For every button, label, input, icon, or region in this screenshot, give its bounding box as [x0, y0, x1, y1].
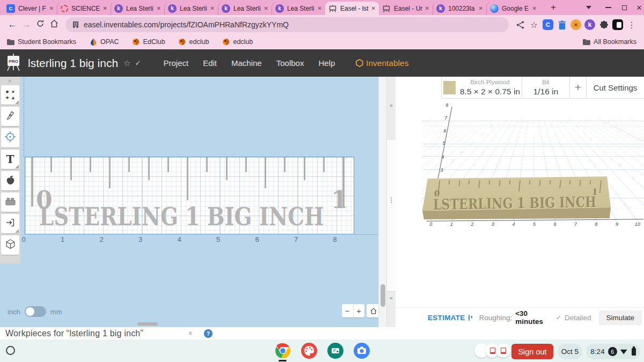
tool-text-button[interactable]: T [1, 150, 19, 169]
browser-tab[interactable]: kLea Sterli✕ [111, 2, 164, 15]
puzzle-extension-icon[interactable] [598, 19, 609, 30]
tab-close-icon[interactable]: ✕ [262, 5, 268, 11]
browser-tab[interactable]: Easel - Ur✕ [379, 2, 433, 15]
menu-project[interactable]: Project [163, 58, 188, 68]
kami-extension-icon[interactable]: k [584, 19, 595, 30]
zoom-home-button[interactable] [367, 304, 378, 317]
sidebar-collapse-button[interactable]: « [0, 77, 20, 85]
new-tab-button[interactable]: + [547, 2, 559, 13]
canvas-scrollbar-thumb[interactable] [380, 284, 385, 307]
bookmark-item[interactable]: Student Bookmarks [6, 38, 76, 46]
reload-button[interactable] [33, 19, 47, 31]
tool-shapes-button[interactable]: ■●★▲ [1, 85, 19, 105]
kami-favicon-icon: k [436, 4, 445, 13]
shelf-app-chrome[interactable] [275, 343, 291, 359]
easel-favicon-icon [382, 4, 391, 13]
estimate-clock-icon[interactable] [469, 314, 470, 321]
tab-search-button[interactable] [583, 2, 595, 13]
browser-tab[interactable]: CClever | F✕ [3, 2, 57, 15]
window-close-button[interactable]: ✕ [633, 2, 644, 13]
address-bar[interactable]: easel.inventables.com/projects/fZIOAmPHR… [65, 17, 509, 32]
tab-close-icon[interactable]: ✕ [316, 5, 322, 11]
tab-close-icon[interactable]: ✕ [477, 5, 483, 11]
estimate-label[interactable]: ESTIMATE [428, 314, 465, 322]
tool-cube-button[interactable] [1, 235, 19, 255]
bookmark-star-button[interactable]: ☆ [527, 20, 541, 30]
url-text[interactable]: easel.inventables.com/projects/fZIOAmPHR… [84, 20, 289, 29]
tool-lego-button[interactable] [1, 193, 19, 212]
date-pill[interactable]: Oct 5 [558, 344, 582, 359]
workpieces-collapse-icon[interactable]: « [187, 331, 195, 335]
add-bit-button[interactable]: + [570, 77, 587, 98]
canvas-scrollbar-track[interactable] [378, 77, 386, 327]
bookmark-item[interactable]: OPAC [89, 38, 119, 46]
site-info-icon[interactable] [72, 21, 79, 28]
profile-extension-icon[interactable] [612, 19, 623, 30]
menu-help[interactable]: Help [318, 58, 335, 68]
status-tray[interactable]: 8:24 6 [586, 344, 640, 359]
collapse-left-icon[interactable]: « [390, 295, 393, 301]
tool-apple-button[interactable] [1, 171, 19, 190]
horizontal-scrollbar[interactable] [137, 322, 158, 326]
bookmark-item[interactable]: edclub [222, 38, 253, 46]
notification-icon[interactable] [496, 343, 510, 358]
clever-extension-icon[interactable]: C [543, 19, 553, 30]
browser-tab[interactable]: SCIENCE✕ [57, 2, 111, 15]
all-bookmarks-button[interactable]: All Bookmarks [582, 38, 636, 46]
tab-close-icon[interactable]: ✕ [530, 5, 537, 11]
browser-tab[interactable]: Google E✕ [486, 2, 540, 15]
expand-right-icon[interactable]: » [390, 102, 393, 108]
menu-edit[interactable]: Edit [203, 58, 217, 68]
browser-tab[interactable]: kLea Sterli✕ [218, 2, 272, 15]
unit-toggle-switch[interactable] [25, 306, 46, 317]
shelf-app-camera[interactable] [354, 343, 370, 359]
tool-pen-button[interactable] [1, 107, 19, 126]
bookmark-item[interactable]: EdClub [132, 38, 165, 46]
design-text[interactable]: LSTERLING 1 BIG INCH [39, 202, 324, 231]
bit-button[interactable]: Bit 1/16 in [522, 77, 570, 98]
bookmark-item[interactable]: edclub [178, 38, 209, 46]
browser-tab[interactable]: kLea Sterli✕ [164, 2, 218, 15]
shelf-app-canvas[interactable] [301, 343, 317, 359]
zoom-in-button[interactable]: + [353, 304, 365, 317]
tab-close-icon[interactable]: ✕ [101, 5, 107, 11]
inventables-brand[interactable]: ⬡ Inventables [355, 57, 408, 69]
tab-close-icon[interactable]: ✕ [47, 5, 54, 11]
design-canvas[interactable]: 0 1 LSTERLING 1 BIG INCH 012345678 « ■●★… [0, 77, 378, 327]
back-button[interactable]: ← [5, 19, 19, 30]
divider-handle-icon[interactable]: ⋮ [387, 196, 396, 204]
favorite-star-icon[interactable]: ☆ [123, 58, 130, 68]
cut-settings-button[interactable]: Cut Settings [587, 77, 644, 98]
tab-close-icon[interactable]: ✕ [423, 5, 429, 11]
tab-close-icon[interactable]: ✕ [369, 5, 376, 11]
workpiece[interactable]: 0 1 LSTERLING 1 BIG INCH [25, 157, 354, 234]
browser-tab[interactable]: kLea Sterli✕ [272, 2, 325, 15]
forward-button[interactable]: → [19, 19, 33, 30]
tool-import-button[interactable] [1, 214, 19, 233]
simulate-button[interactable]: Simulate [599, 311, 642, 325]
menu-machine[interactable]: Machine [231, 58, 262, 68]
design-one-label[interactable]: 1 [331, 186, 348, 213]
orange-extension-icon[interactable]: ✕ [570, 19, 581, 30]
home-button[interactable] [47, 19, 61, 31]
window-restore-button[interactable] [618, 2, 630, 13]
window-minimize-button[interactable] [602, 2, 614, 13]
zoom-out-button[interactable]: − [342, 304, 353, 317]
project-title[interactable]: lsterling 1 big inch [28, 57, 118, 70]
workpieces-help-button[interactable]: ? [204, 329, 213, 338]
trash-extension-icon[interactable] [557, 19, 567, 30]
sign-out-button[interactable]: Sign out [511, 344, 553, 359]
tool-drill-button[interactable] [1, 128, 19, 147]
menu-toolbox[interactable]: Toolbox [276, 58, 304, 68]
browser-tab[interactable]: k100223la✕ [433, 2, 486, 15]
shelf-app-screencast[interactable] [327, 343, 343, 359]
notification-tray[interactable] [474, 343, 510, 358]
browser-menu-button[interactable]: ⋮ [625, 20, 639, 30]
tab-close-icon[interactable]: ✕ [155, 5, 161, 11]
material-button[interactable]: Birch Plywood 8.5 × 2 × 0.75 in [442, 77, 522, 98]
share-button[interactable] [513, 20, 527, 29]
launcher-button[interactable] [6, 346, 15, 355]
kami-favicon-icon: k [168, 4, 177, 13]
tab-close-icon[interactable]: ✕ [208, 5, 215, 11]
browser-tab[interactable]: Easel - lst✕ [325, 2, 379, 15]
